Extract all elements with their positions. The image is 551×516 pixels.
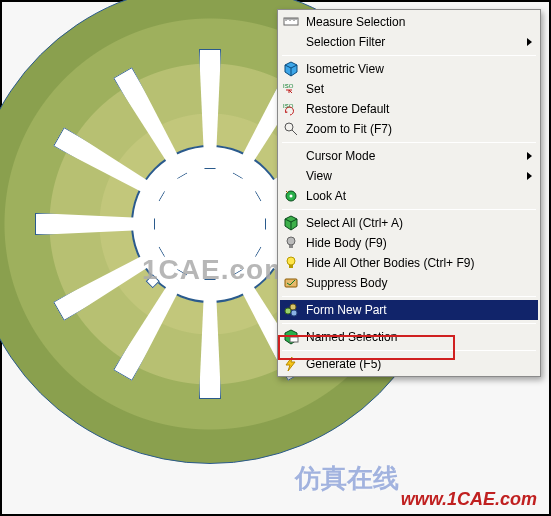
chevron-right-icon — [527, 172, 532, 180]
menu-label: View — [306, 169, 521, 183]
blank-icon — [282, 148, 300, 164]
watermark-center: 1CAE.com — [142, 254, 290, 286]
blank-icon — [282, 34, 300, 50]
menu-hide-other-bodies[interactable]: Hide All Other Bodies (Ctrl+ F9) — [280, 253, 538, 273]
svg-point-6 — [287, 237, 295, 245]
menu-label: Measure Selection — [306, 15, 532, 29]
viewport: 1CAE.com Measure Selection Selection Fil… — [0, 0, 551, 516]
suppress-icon — [282, 275, 300, 291]
menu-separator — [282, 209, 536, 210]
svg-point-3 — [285, 123, 293, 131]
form-part-icon — [282, 302, 300, 318]
chevron-right-icon — [527, 152, 532, 160]
menu-separator — [282, 350, 536, 351]
blank-icon — [282, 168, 300, 184]
iso-restore-icon: ISO — [282, 101, 300, 117]
menu-separator — [282, 55, 536, 56]
menu-generate[interactable]: Generate (F5) — [280, 354, 538, 374]
chevron-right-icon — [527, 38, 532, 46]
svg-rect-7 — [289, 245, 293, 248]
menu-iso-restore[interactable]: ISO Restore Default — [280, 99, 538, 119]
menu-label: Suppress Body — [306, 276, 532, 290]
svg-point-12 — [290, 304, 296, 310]
menu-measure-selection[interactable]: Measure Selection — [280, 12, 538, 32]
context-menu: Measure Selection Selection Filter Isome… — [277, 9, 541, 377]
named-selection-icon — [282, 329, 300, 345]
menu-label: Named Selection — [306, 330, 532, 344]
menu-label: Isometric View — [306, 62, 532, 76]
menu-select-all[interactable]: Select All (Ctrl+ A) — [280, 213, 538, 233]
menu-separator — [282, 296, 536, 297]
svg-text:ISO: ISO — [283, 83, 294, 89]
svg-rect-9 — [289, 265, 293, 268]
menu-label: Form New Part — [306, 303, 532, 317]
lightbulb-off-icon — [282, 235, 300, 251]
menu-label: Restore Default — [306, 102, 532, 116]
menu-hide-body[interactable]: Hide Body (F9) — [280, 233, 538, 253]
select-all-icon — [282, 215, 300, 231]
lightning-icon — [282, 356, 300, 372]
menu-form-new-part[interactable]: Form New Part — [280, 300, 538, 320]
menu-selection-filter[interactable]: Selection Filter — [280, 32, 538, 52]
menu-look-at[interactable]: Look At — [280, 186, 538, 206]
lightbulb-on-icon — [282, 255, 300, 271]
menu-label: Look At — [306, 189, 532, 203]
menu-label: Hide Body (F9) — [306, 236, 532, 250]
ruler-icon — [282, 14, 300, 30]
menu-suppress-body[interactable]: Suppress Body — [280, 273, 538, 293]
svg-rect-14 — [290, 337, 298, 342]
menu-label: Generate (F5) — [306, 357, 532, 371]
menu-label: Zoom to Fit (F7) — [306, 122, 532, 136]
menu-zoom-to-fit[interactable]: Zoom to Fit (F7) — [280, 119, 538, 139]
menu-label: Selection Filter — [306, 35, 521, 49]
menu-label: Set — [306, 82, 532, 96]
menu-named-selection[interactable]: Named Selection — [280, 327, 538, 347]
iso-set-icon: ISO — [282, 81, 300, 97]
menu-view[interactable]: View — [280, 166, 538, 186]
menu-label: Hide All Other Bodies (Ctrl+ F9) — [306, 256, 532, 270]
watermark-cn: 仿真在线 — [295, 461, 399, 496]
menu-cursor-mode[interactable]: Cursor Mode — [280, 146, 538, 166]
svg-point-5 — [290, 195, 293, 198]
magnifier-icon — [282, 121, 300, 137]
svg-point-13 — [291, 310, 297, 316]
menu-label: Select All (Ctrl+ A) — [306, 216, 532, 230]
menu-separator — [282, 142, 536, 143]
watermark-url: www.1CAE.com — [401, 489, 537, 510]
svg-point-8 — [287, 257, 295, 265]
look-at-icon — [282, 188, 300, 204]
menu-separator — [282, 323, 536, 324]
iso-cube-icon — [282, 61, 300, 77]
menu-label: Cursor Mode — [306, 149, 521, 163]
menu-isometric-view[interactable]: Isometric View — [280, 59, 538, 79]
menu-iso-set[interactable]: ISO Set — [280, 79, 538, 99]
